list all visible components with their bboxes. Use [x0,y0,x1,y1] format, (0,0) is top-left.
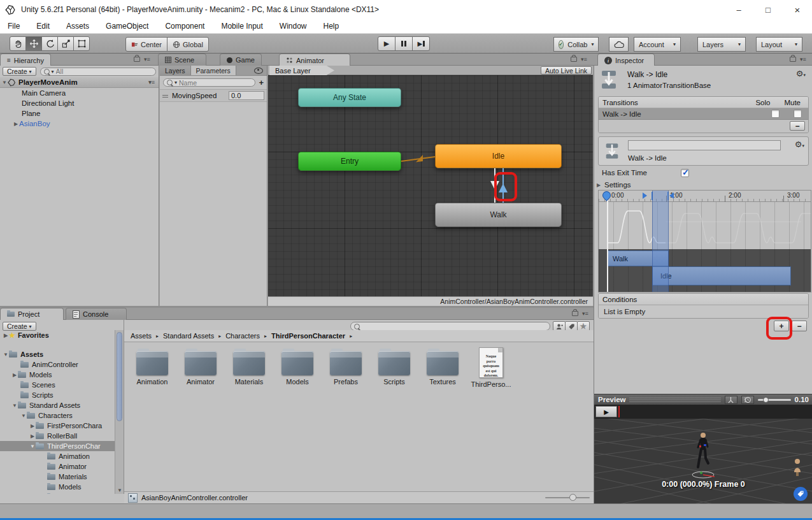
minimize-button[interactable]: – [724,0,753,19]
transition-timeline[interactable]: 0:00 1:00 2:00 3:00 Walk [598,190,811,292]
layout-dropdown[interactable]: Layout ▾ [756,37,802,52]
lock-icon[interactable] [790,57,796,62]
preview-playhead[interactable] [618,406,620,417]
collapse-arrow-icon[interactable]: ▶ [29,433,36,439]
pivot-center-button[interactable]: Center [125,37,167,52]
expand-arrow-icon[interactable]: ▼ [11,403,18,408]
scale-tool-button[interactable] [57,36,74,51]
play-button[interactable]: ▶ [378,36,395,51]
remove-condition-button[interactable]: − [792,321,807,331]
account-dropdown[interactable]: Account ▾ [634,37,681,52]
transition-row-selected[interactable]: Walk -> Idle [599,108,808,120]
tab-console[interactable]: Console [66,308,127,320]
tab-scene[interactable]: Scene [158,54,206,66]
hierarchy-item-main-camera[interactable]: Main Camera [0,88,159,98]
menu-mobile-input[interactable]: Mobile Input [221,22,262,31]
file-tile-thirdperson[interactable]: Neque porro quisquam est qui dolorem. Th… [469,347,513,388]
collapse-arrow-icon[interactable]: ▶ [29,423,36,429]
transition-start-marker[interactable] [643,192,647,199]
preview-speed-button[interactable] [741,396,754,404]
scene-menu-icon[interactable]: ▾≡ [148,79,155,85]
tree-item-rollerball[interactable]: ▶RollerBall [0,431,115,441]
project-tree-scrollbar[interactable]: ▼ [115,330,124,494]
tab-project[interactable]: Project [0,308,64,320]
breadcrumb-standard-assets[interactable]: Standard Assets [163,332,214,340]
tree-item-animcontroller[interactable]: AnimController [0,359,115,370]
hierarchy-item-directional-light[interactable]: Directional Light [0,98,159,108]
collapse-arrow-icon[interactable]: ▶ [11,372,18,378]
thumbnail-size-slider[interactable] [545,497,590,498]
step-button[interactable]: ▶ [412,36,430,51]
panel-menu-icon[interactable]: ▾≡ [144,56,150,62]
hierarchy-search-input[interactable]: ▾ [40,68,156,76]
preview-viewport[interactable]: 0:00 (000.0%) Frame 0 [594,419,812,503]
rect-tool-button[interactable] [73,36,90,51]
tag-button[interactable] [794,487,808,501]
menu-window[interactable]: Window [280,22,307,31]
tree-item-animator[interactable]: Animator [0,461,115,472]
scrollbar-thumb[interactable] [117,332,122,421]
tab-hierarchy[interactable]: ≡ Hierarchy [0,54,51,66]
breadcrumb-base-layer[interactable]: Base Layer [269,66,334,75]
tab-parameters[interactable]: Parameters [191,66,236,75]
state-node-walk[interactable]: Walk [435,203,562,227]
breadcrumb-thirdpersoncharacter[interactable]: ThirdPersonCharacter [271,332,345,340]
tree-item-standard-assets[interactable]: ▼Standard Assets [0,400,115,410]
expand-arrow-icon[interactable]: ▼ [29,444,36,449]
folder-tile-materials[interactable]: Materials [227,351,271,386]
transition-end-marker[interactable] [669,192,674,199]
scene-root-row[interactable]: ▼ PlayerMoveAnim ▾≡ [0,77,159,88]
project-create-button[interactable]: Create ▾ [3,322,36,331]
menu-edit[interactable]: Edit [36,22,50,31]
lock-icon[interactable] [571,57,577,62]
folder-tile-models[interactable]: Models [276,351,319,386]
tree-item-scripts[interactable]: Scripts [0,390,115,400]
menu-help[interactable]: Help [324,22,339,31]
tree-item-models[interactable]: ▶Models [0,370,115,380]
close-button[interactable]: × [783,0,812,19]
move-tool-button[interactable] [25,36,42,51]
tree-item-favorites[interactable]: ▶ ★ Favorites [0,330,115,340]
tree-item-assets[interactable]: ▼ Assets [0,349,115,359]
folder-tile-textures[interactable]: Textures [421,351,464,386]
collab-dropdown[interactable]: ✓ Collab ▾ [553,37,599,52]
add-condition-button[interactable]: + [774,321,789,331]
menu-assets[interactable]: Assets [66,22,89,31]
timeline-playhead-line[interactable] [607,198,608,292]
tree-item-scenes[interactable]: Scenes [0,380,115,390]
preview-play-button[interactable]: ▶ [595,406,617,417]
panel-menu-icon[interactable]: ▾≡ [800,56,806,62]
maximize-button[interactable]: □ [753,0,783,19]
tab-layers[interactable]: Layers [160,66,191,75]
hierarchy-create-button[interactable]: Create ▾ [3,67,36,76]
preview-speed-slider[interactable] [758,399,791,401]
parameter-row[interactable]: MovingSpeed 0.0 [160,89,267,102]
layers-dropdown[interactable]: Layers ▾ [697,37,746,52]
pivot-global-button[interactable]: Global [167,37,209,52]
state-node-any-state[interactable]: Any State [298,88,401,107]
timeline-bar-idle[interactable]: Idle [652,266,791,285]
scroll-down-arrow-icon[interactable]: ▼ [117,487,122,493]
expand-arrow-icon[interactable]: ▼ [3,352,9,358]
mute-checkbox[interactable] [794,110,802,118]
preview-header[interactable]: Preview 0.10 [594,394,812,405]
tab-inspector[interactable]: i Inspector [597,54,655,66]
folder-tile-scripts[interactable]: Scripts [373,351,416,386]
hierarchy-search-field[interactable] [56,68,152,75]
preview-timeline-strip[interactable]: ▶ [594,405,812,419]
settings-foldout[interactable]: ▶ Settings [595,181,631,189]
state-node-entry[interactable]: Entry [298,152,401,171]
remove-transition-button[interactable]: − [790,121,805,131]
transition-selection-region[interactable] [652,191,669,292]
parameter-value-field[interactable]: 0.0 [229,91,264,100]
state-node-idle[interactable]: Idle [435,144,562,168]
parameter-search-input[interactable]: ▾ [163,78,255,87]
panel-menu-icon[interactable]: ▾≡ [581,56,587,62]
breadcrumb-assets[interactable]: Assets [131,332,152,340]
parameter-search-field[interactable] [179,79,252,87]
auto-live-link-button[interactable]: Auto Live Link [541,66,592,75]
tree-item-characters[interactable]: ▼Characters [0,410,115,421]
transition-name-field[interactable] [628,140,781,150]
expand-arrow-icon[interactable]: ▼ [1,80,8,85]
cloud-button[interactable] [609,37,629,52]
